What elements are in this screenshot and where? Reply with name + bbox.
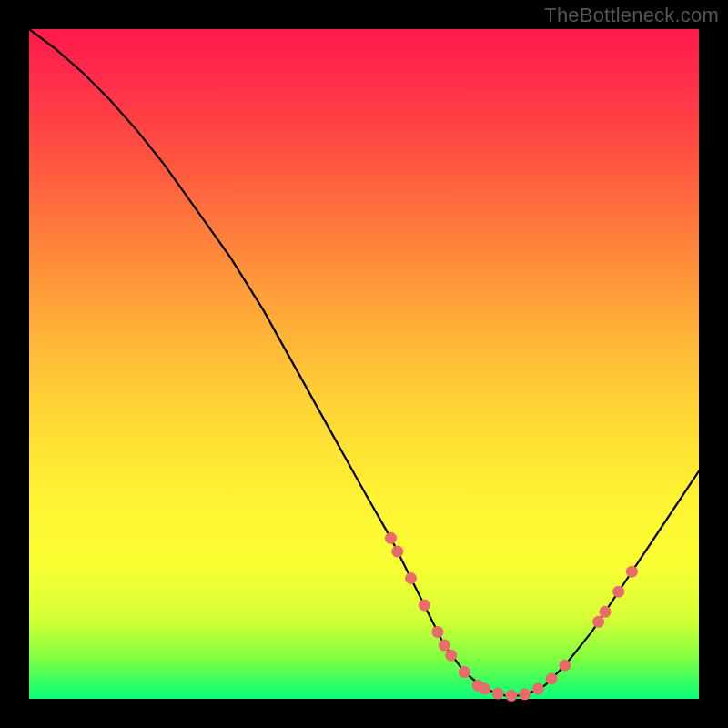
plot-area	[29, 29, 699, 699]
data-point	[532, 682, 544, 694]
data-point	[599, 606, 611, 618]
data-point	[405, 572, 417, 584]
data-point	[505, 690, 517, 702]
data-point	[592, 616, 604, 628]
data-point	[519, 688, 531, 700]
data-point	[439, 640, 450, 652]
data-point	[459, 666, 470, 678]
bottleneck-curve	[29, 29, 699, 695]
data-markers	[385, 532, 638, 702]
watermark-text: TheBottleneck.com	[544, 4, 719, 27]
data-point	[546, 672, 558, 684]
data-point	[445, 650, 457, 662]
data-point	[612, 586, 624, 598]
chart-svg	[29, 29, 699, 699]
data-point	[492, 688, 504, 700]
data-point	[419, 599, 430, 611]
data-point	[559, 660, 571, 672]
data-point	[479, 682, 490, 694]
data-point	[431, 626, 443, 638]
data-point	[626, 566, 638, 578]
chart-frame: TheBottleneck.com	[0, 0, 728, 728]
data-point	[391, 546, 403, 558]
data-point	[385, 532, 397, 544]
